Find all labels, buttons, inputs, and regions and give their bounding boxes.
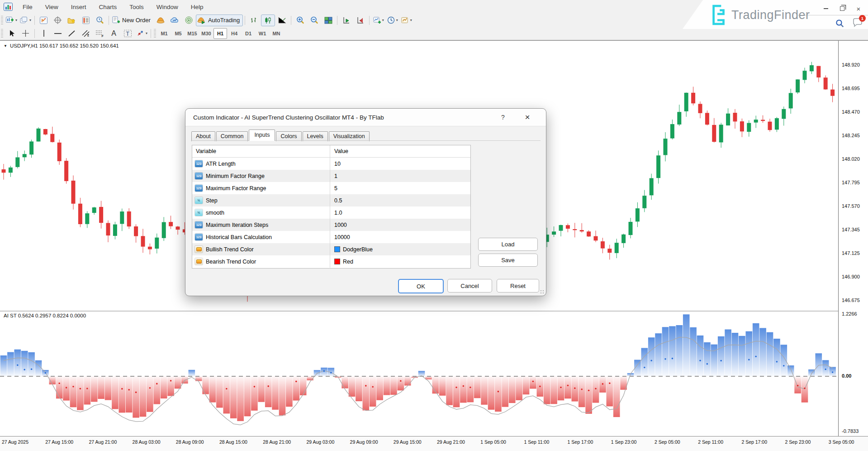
tab-colors[interactable]: Colors bbox=[276, 131, 301, 141]
chat-button[interactable]: 1 bbox=[853, 18, 863, 29]
table-row[interactable]: 123Historical Bars Calculation10000 bbox=[192, 231, 470, 243]
table-row[interactable]: ½smooth1.0 bbox=[192, 206, 470, 219]
close-button[interactable]: × bbox=[854, 5, 863, 12]
ok-button[interactable]: OK bbox=[398, 279, 444, 293]
timeframe-button-w1[interactable]: W1 bbox=[256, 28, 269, 39]
time-axis-label: 3 Sep 05:00 bbox=[829, 439, 854, 445]
periods-button[interactable]: ▾ bbox=[385, 14, 399, 26]
table-row[interactable]: ½Step0.5 bbox=[192, 194, 470, 206]
value-cell[interactable]: 1000 bbox=[330, 219, 470, 231]
table-row[interactable]: Bearish Trend ColorRed bbox=[192, 255, 470, 268]
tile-windows-button[interactable] bbox=[321, 14, 335, 26]
price-axis-label: 146.675 bbox=[842, 297, 860, 303]
vertical-line-tool-button[interactable] bbox=[37, 28, 51, 39]
cancel-button[interactable]: Cancel bbox=[447, 279, 492, 293]
value-cell[interactable]: 1 bbox=[330, 170, 470, 182]
templates-button[interactable]: ▾ bbox=[399, 14, 413, 26]
zoom-in-button[interactable] bbox=[293, 14, 307, 26]
pane-separator[interactable] bbox=[0, 311, 868, 312]
toolbar-grip[interactable] bbox=[1, 16, 3, 25]
timeframe-button-mn[interactable]: MN bbox=[270, 28, 283, 39]
metaquotes-services-button[interactable] bbox=[168, 14, 182, 26]
autotrading-label: AutoTrading bbox=[207, 17, 242, 24]
chart-shift-button[interactable] bbox=[353, 14, 367, 26]
inputs-table-body: 123ATR Length10123Minimum Factor Range11… bbox=[192, 158, 470, 268]
crosshair-tool-button[interactable] bbox=[19, 28, 33, 39]
table-row[interactable]: Bullish Trend ColorDodgerBlue bbox=[192, 243, 470, 255]
navigator-button[interactable] bbox=[65, 14, 79, 26]
dialog-title-bar[interactable]: Custom Indicator - AI SuperTrend Cluster… bbox=[185, 109, 546, 126]
value-text: DodgerBlue bbox=[343, 246, 373, 253]
dialog-close-button[interactable]: × bbox=[522, 112, 533, 123]
table-row[interactable]: 123ATR Length10 bbox=[192, 158, 470, 170]
menu-item-charts[interactable]: Charts bbox=[93, 2, 123, 12]
auto-scroll-button[interactable] bbox=[339, 14, 353, 26]
reset-button[interactable]: Reset bbox=[497, 279, 539, 293]
trendline-tool-button[interactable] bbox=[65, 28, 79, 39]
timeframe-button-h4[interactable]: H4 bbox=[228, 28, 241, 39]
equidistant-channel-tool-button[interactable]: E bbox=[79, 28, 93, 39]
experts-button[interactable] bbox=[154, 14, 168, 26]
profiles-button[interactable]: ▾ bbox=[19, 14, 33, 26]
value-cell[interactable]: Red bbox=[330, 255, 470, 268]
new-chart-button[interactable]: ▾ bbox=[5, 14, 19, 26]
search-icon[interactable] bbox=[835, 19, 844, 28]
timeframe-button-m15[interactable]: M15 bbox=[185, 28, 199, 39]
autotrading-button[interactable]: AutoTrading bbox=[196, 14, 243, 26]
tab-levels[interactable]: Levels bbox=[303, 131, 328, 141]
tab-visualization[interactable]: Visualization bbox=[329, 131, 370, 141]
value-cell[interactable]: DodgerBlue bbox=[330, 243, 470, 255]
strategy-tester-button[interactable] bbox=[93, 14, 107, 26]
text-label-tool-button[interactable]: T bbox=[121, 28, 135, 39]
candlestick-mode-button[interactable] bbox=[261, 14, 275, 26]
menu-item-file[interactable]: File bbox=[16, 2, 39, 12]
market-watch-button[interactable] bbox=[37, 14, 51, 26]
load-button[interactable]: Load bbox=[478, 238, 538, 251]
value-cell[interactable]: 1.0 bbox=[330, 206, 470, 219]
time-axis[interactable]: 27 Aug 202527 Aug 15:0027 Aug 21:0028 Au… bbox=[0, 436, 868, 451]
menu-item-window[interactable]: Window bbox=[150, 2, 185, 12]
tab-about[interactable]: About bbox=[191, 131, 215, 141]
value-cell[interactable]: 0.5 bbox=[330, 194, 470, 206]
cursor-tool-button[interactable] bbox=[5, 28, 19, 39]
menu-item-insert[interactable]: Insert bbox=[65, 2, 93, 12]
minimize-button[interactable] bbox=[821, 5, 831, 12]
bar-chart-mode-button[interactable] bbox=[247, 14, 261, 26]
new-order-button[interactable]: New Order bbox=[111, 14, 154, 26]
toolbar-grip[interactable] bbox=[154, 29, 156, 38]
value-cell[interactable]: 10000 bbox=[330, 231, 470, 243]
timeframe-button-m30[interactable]: M30 bbox=[199, 28, 213, 39]
signals-button[interactable] bbox=[182, 14, 196, 26]
timeframe-button-m5[interactable]: M5 bbox=[171, 28, 185, 39]
table-row[interactable]: 123Maximum Factor Range5 bbox=[192, 182, 470, 194]
restore-button[interactable] bbox=[837, 5, 847, 12]
fibonacci-tool-button[interactable]: F bbox=[93, 28, 107, 39]
toolbar-separator bbox=[337, 16, 337, 25]
menu-item-view[interactable]: View bbox=[39, 2, 65, 12]
tab-common[interactable]: Common bbox=[216, 131, 248, 141]
value-cell[interactable]: 10 bbox=[330, 158, 470, 170]
toolbar-grip[interactable] bbox=[1, 29, 3, 38]
dialog-resize-grip[interactable] bbox=[540, 290, 544, 294]
tab-inputs[interactable]: Inputs bbox=[249, 130, 275, 141]
data-window-button[interactable] bbox=[51, 14, 65, 26]
symbol-dropdown-icon[interactable]: ▼ bbox=[4, 44, 7, 48]
menu-item-help[interactable]: Help bbox=[185, 2, 210, 12]
horizontal-line-tool-button[interactable] bbox=[51, 28, 65, 39]
terminal-button[interactable] bbox=[79, 14, 93, 26]
price-axis[interactable]: 148.920148.695148.470148.245148.020147.7… bbox=[838, 41, 868, 437]
menu-item-tools[interactable]: Tools bbox=[123, 2, 150, 12]
timeframe-button-h1[interactable]: H1 bbox=[213, 28, 227, 39]
value-cell[interactable]: 5 bbox=[330, 182, 470, 194]
text-tool-button[interactable]: A bbox=[107, 28, 121, 39]
zoom-out-button[interactable] bbox=[307, 14, 321, 26]
indicators-button[interactable]: ▾ bbox=[371, 14, 385, 26]
line-chart-mode-button[interactable] bbox=[275, 14, 289, 26]
dialog-help-button[interactable]: ? bbox=[498, 113, 508, 122]
arrows-tool-button[interactable]: ▾ bbox=[135, 28, 149, 39]
timeframe-button-m1[interactable]: M1 bbox=[157, 28, 171, 39]
timeframe-button-d1[interactable]: D1 bbox=[242, 28, 255, 39]
save-button[interactable]: Save bbox=[478, 254, 538, 267]
table-row[interactable]: 123Minimum Factor Range1 bbox=[192, 170, 470, 182]
table-row[interactable]: 123Maximum Iteration Steps1000 bbox=[192, 219, 470, 231]
